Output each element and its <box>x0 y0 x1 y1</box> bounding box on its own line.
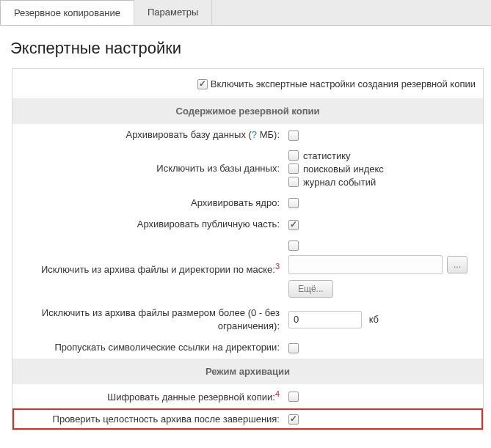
tab-backup[interactable]: Резервное копирование <box>0 0 134 25</box>
exclude-mask-label: Исключить из архива файлы и директории п… <box>41 264 275 275</box>
exclude-db-log-checkbox[interactable] <box>288 177 299 187</box>
tabs-rest <box>212 0 491 26</box>
archive-db-checkbox[interactable] <box>288 131 299 141</box>
skip-symlinks-checkbox[interactable] <box>288 343 299 353</box>
exclude-size-unit: кб <box>369 314 379 325</box>
skip-symlinks-label: Пропускать символические ссылки на дирек… <box>12 337 284 359</box>
page-title: Экспертные настройки <box>10 39 491 58</box>
mode-form: Шифровать данные резервной копии:4 Прове… <box>12 384 483 430</box>
exclude-mask-sup: 3 <box>275 262 280 271</box>
archive-core-checkbox[interactable] <box>288 198 299 208</box>
tab-params[interactable]: Параметры <box>134 0 212 26</box>
content-form: Архивировать базу данных (? МБ): Исключи… <box>12 124 483 359</box>
section-mode-header: Режим архивации <box>12 359 483 384</box>
exclude-mask-input[interactable] <box>288 255 443 274</box>
enable-expert-row: Включить экспертные настройки создания р… <box>12 69 483 98</box>
verify-row-highlight: Проверить целостность архива после завер… <box>12 408 483 430</box>
archive-db-help-icon[interactable]: ? <box>252 129 257 140</box>
exclude-mask-checkbox[interactable] <box>288 240 299 251</box>
exclude-db-stat-label: статистику <box>303 150 351 161</box>
exclude-db-label: Исключить из базы данных: <box>12 146 284 192</box>
exclude-db-search-checkbox[interactable] <box>288 164 299 174</box>
archive-public-label: Архивировать публичную часть: <box>12 213 284 235</box>
exclude-mask-more-button[interactable]: Ещё... <box>288 280 333 298</box>
archive-db-label-post: МБ): <box>257 129 280 140</box>
exclude-size-label: Исключить из архива файлы размером более… <box>12 302 284 337</box>
exclude-db-log-label: журнал событий <box>303 177 376 188</box>
settings-panel: Включить экспертные настройки создания р… <box>12 68 484 430</box>
encrypt-checkbox[interactable] <box>288 392 299 402</box>
exclude-mask-browse-button[interactable]: ... <box>447 256 468 273</box>
archive-public-checkbox[interactable] <box>288 220 299 230</box>
exclude-size-input[interactable] <box>288 311 362 328</box>
enable-expert-label: Включить экспертные настройки создания р… <box>211 78 476 89</box>
exclude-db-search-label: поисковый индекс <box>303 164 384 175</box>
archive-core-label: Архивировать ядро: <box>12 192 284 214</box>
encrypt-label: Шифровать данные резервной копии: <box>107 392 275 403</box>
exclude-db-stat-checkbox[interactable] <box>288 150 299 161</box>
verify-checkbox[interactable] <box>288 414 299 425</box>
tabs: Резервное копирование Параметры <box>0 0 491 26</box>
encrypt-sup: 4 <box>275 389 280 398</box>
section-content-header: Содержимое резервной копии <box>12 98 483 124</box>
archive-db-label-pre: Архивировать базу данных ( <box>126 129 252 140</box>
verify-label: Проверить целостность архива после завер… <box>12 408 284 430</box>
enable-expert-checkbox[interactable] <box>197 79 208 89</box>
